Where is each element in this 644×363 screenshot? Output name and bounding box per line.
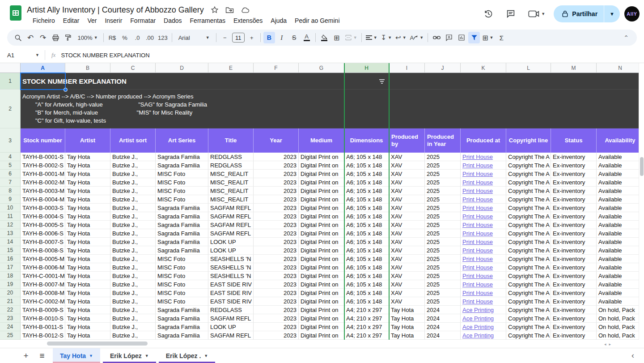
sheet-tab-caret-icon[interactable]: ▼ (204, 354, 208, 358)
cell[interactable]: MISC Foto (156, 280, 208, 289)
share-button[interactable]: Partilhar ▼ (554, 5, 620, 22)
version-history-icon[interactable] (479, 5, 497, 23)
cell[interactable]: Digital Print on (299, 255, 344, 263)
sheet-tab-caret-icon[interactable]: ▼ (145, 354, 149, 358)
produced-at-link[interactable]: Print House (462, 298, 493, 305)
cell[interactable]: 2023 (254, 297, 299, 306)
column-header-A[interactable]: A (21, 63, 65, 73)
cell[interactable]: 2025 (425, 153, 461, 161)
cell[interactable]: Print House (461, 204, 506, 212)
cell[interactable]: 2023 (254, 323, 299, 331)
table-views-button[interactable]: ⊞▼ (481, 32, 495, 43)
cell[interactable]: Butzke J., (110, 178, 156, 187)
cell[interactable]: TAYH-B-0005-M (21, 255, 65, 263)
cell[interactable]: Ex-inventory (551, 153, 597, 161)
cell[interactable]: Copyright The A (506, 238, 551, 246)
cell[interactable]: Tay Hota (65, 263, 110, 272)
cell[interactable]: Print House (461, 272, 506, 280)
cell[interactable]: A6; 105 x 148 (344, 221, 389, 229)
search-icon[interactable] (12, 32, 24, 43)
cell[interactable]: A6; 105 x 148 (344, 229, 389, 238)
row-header-1[interactable]: 1 (0, 73, 21, 90)
cell[interactable]: Print House (461, 178, 506, 187)
produced-at-link[interactable]: Print House (462, 222, 493, 228)
cell[interactable]: XAV (389, 195, 425, 204)
cell[interactable]: Available (597, 229, 644, 238)
horizontal-scrollbar[interactable]: ◂▸ (0, 340, 644, 348)
produced-at-link[interactable]: Print House (462, 264, 493, 271)
text-wrap-button[interactable]: ↩▼ (394, 32, 408, 43)
cell[interactable]: A4; 210 x 297 (344, 306, 389, 314)
row-header-19[interactable]: 19 (0, 280, 21, 289)
cell[interactable]: Ex-inventory (551, 289, 597, 297)
row-header-2[interactable]: 2 (0, 90, 21, 128)
cell[interactable]: Available (597, 255, 644, 263)
cell[interactable]: On hold, Pack (597, 323, 644, 331)
cell[interactable]: Digital Print on (299, 246, 344, 255)
row-header-23[interactable]: 23 (0, 314, 21, 323)
cell[interactable]: Ex-inventory (551, 204, 597, 212)
cell[interactable]: A6; 105 x 148 (344, 161, 389, 170)
cell[interactable]: Available (597, 297, 644, 306)
cell[interactable]: Print House (461, 297, 506, 306)
cell[interactable]: 2025 (425, 263, 461, 272)
cell[interactable]: Sagrada Familia (156, 246, 208, 255)
row-header-4[interactable]: 4 (0, 153, 21, 161)
cell[interactable]: SEASHELLS 'N (208, 272, 254, 280)
column-title-artist[interactable]: Artist (65, 128, 110, 153)
cell[interactable]: Digital Print on (299, 323, 344, 331)
produced-at-link[interactable]: Print House (462, 239, 493, 245)
cell[interactable]: 2023 (254, 195, 299, 204)
name-box[interactable]: A1 ▼ (0, 52, 45, 59)
cell[interactable]: Print House (461, 161, 506, 170)
cell[interactable]: Tay Hota (65, 153, 110, 161)
row-header-10[interactable]: 10 (0, 204, 21, 212)
cell[interactable]: Butzke J., (110, 272, 156, 280)
cell[interactable]: Available (597, 289, 644, 297)
row-header-18[interactable]: 18 (0, 272, 21, 280)
add-sheet-button[interactable]: + (18, 348, 34, 363)
cell[interactable]: Ace Printing (461, 323, 506, 331)
cell[interactable]: 2023 (254, 246, 299, 255)
cell[interactable]: Digital Print on (299, 289, 344, 297)
cell[interactable]: 2025 (425, 195, 461, 204)
cell[interactable]: Tay Hota (65, 323, 110, 331)
cell[interactable]: SEASHELLS 'N (208, 263, 254, 272)
cell[interactable]: Sagrada Familia (156, 204, 208, 212)
column-header-C[interactable]: C (110, 63, 156, 73)
functions-button[interactable]: Σ (496, 32, 507, 43)
cell[interactable]: Available (597, 161, 644, 170)
cell[interactable]: A6; 105 x 148 (344, 187, 389, 195)
produced-at-link[interactable]: Print House (462, 205, 493, 211)
cell[interactable]: SAGFAM REFL (208, 212, 254, 221)
cell[interactable]: Print House (461, 195, 506, 204)
cell[interactable]: Print House (461, 280, 506, 289)
cell[interactable]: Sagrada Familia (156, 323, 208, 331)
cell[interactable]: Ex-inventory (551, 178, 597, 187)
decrease-font-size-button[interactable]: − (219, 32, 231, 43)
column-header-F[interactable]: F (254, 63, 299, 73)
cell[interactable]: Tay Hota (65, 297, 110, 306)
cell[interactable]: Print House (461, 187, 506, 195)
cell[interactable]: Butzke J., (110, 280, 156, 289)
cell[interactable]: MISC Foto (156, 255, 208, 263)
menu-item-ajuda[interactable]: Ajuda (267, 16, 291, 26)
cell[interactable]: Tay Hota (65, 229, 110, 238)
cell[interactable]: Available (597, 153, 644, 161)
cell[interactable]: LOOK UP (208, 246, 254, 255)
row-header-12[interactable]: 12 (0, 221, 21, 229)
cell[interactable]: TAYH-B-0005-S (21, 221, 65, 229)
cell[interactable]: Digital Print on (299, 195, 344, 204)
font-select[interactable]: Arial▼ (175, 32, 213, 43)
horizontal-align-button[interactable]: ▼ (364, 32, 379, 43)
produced-at-link[interactable]: Print House (462, 196, 493, 203)
cell[interactable]: A6; 105 x 148 (344, 204, 389, 212)
column-header-L[interactable]: L (506, 63, 551, 73)
cell[interactable]: 2024 (425, 331, 461, 340)
cell[interactable]: Butzke J., (110, 204, 156, 212)
cell[interactable]: 2025 (425, 229, 461, 238)
produced-at-link[interactable]: Print House (462, 154, 493, 160)
increase-decimal-button[interactable]: .00 (144, 32, 156, 43)
cell[interactable]: Ace Printing (461, 331, 506, 340)
share-caret-icon[interactable]: ▼ (604, 5, 620, 22)
